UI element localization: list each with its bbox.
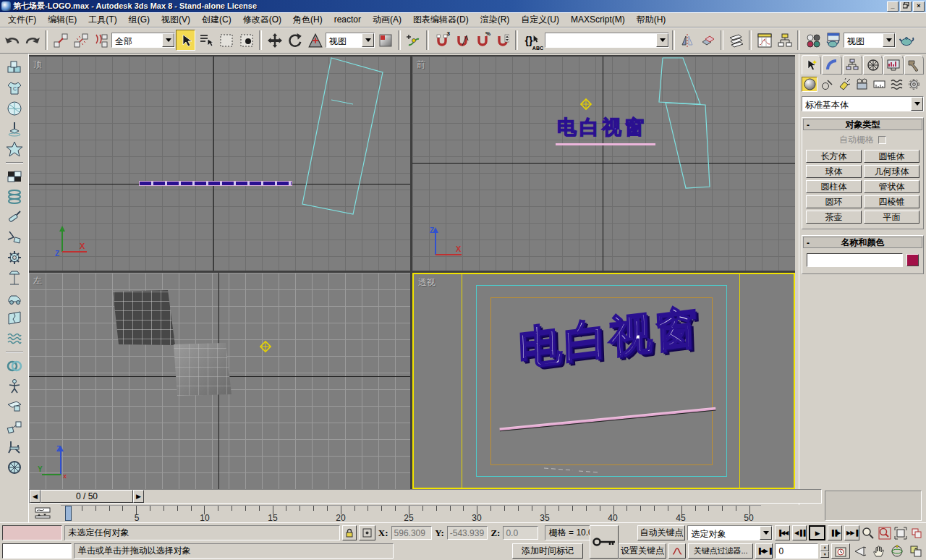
- key-mode-toggle-button[interactable]: ▐◀▶▐: [755, 543, 773, 559]
- schematic-view-button[interactable]: [775, 30, 794, 51]
- subtab-shapes[interactable]: [819, 77, 835, 92]
- object-type-button[interactable]: 几何球体: [864, 165, 919, 178]
- quick-render-button[interactable]: [896, 30, 916, 51]
- frame-marker[interactable]: [65, 506, 72, 521]
- subtab-cameras[interactable]: [854, 77, 870, 92]
- name-color-rollout-header[interactable]: -名称和颜色: [803, 237, 922, 248]
- point-helper[interactable]: [258, 339, 273, 354]
- select-and-manipulate-button[interactable]: [404, 30, 423, 51]
- play-button[interactable]: ▶: [809, 525, 825, 540]
- key-filter-curve-icon[interactable]: [668, 543, 686, 559]
- viewport-left-label[interactable]: 左: [33, 275, 42, 287]
- damper-icon[interactable]: [5, 208, 24, 226]
- point-helper[interactable]: [579, 97, 593, 111]
- tab-display[interactable]: [883, 55, 903, 75]
- auto-key-button[interactable]: 自动关键点: [637, 525, 685, 540]
- object-type-button[interactable]: 长方体: [806, 150, 862, 163]
- spinner-snap-button[interactable]: [493, 30, 512, 51]
- arc-rotate-icon[interactable]: [889, 543, 905, 559]
- subtab-geometry[interactable]: [802, 77, 817, 92]
- object-type-rollout-header[interactable]: -对象类型: [803, 119, 922, 130]
- layer-manager-button[interactable]: [726, 30, 746, 51]
- pan-hand-icon[interactable]: [871, 543, 887, 559]
- minimize-button[interactable]: _: [887, 1, 899, 12]
- maximize-viewport-toggle-icon[interactable]: [908, 543, 924, 559]
- constraint-solver-icon[interactable]: [5, 357, 24, 375]
- timeline-ruler[interactable]: 05101520253035404550: [61, 505, 761, 522]
- menu-item[interactable]: 渲染(R): [475, 12, 516, 28]
- dropdown-arrow-icon[interactable]: [362, 33, 374, 47]
- material-editor-button[interactable]: [803, 30, 823, 51]
- category-dropdown[interactable]: 标准基本体: [802, 96, 924, 111]
- menu-item[interactable]: 自定义(U): [515, 12, 565, 28]
- field-of-view-icon[interactable]: [852, 543, 868, 559]
- viewport-left[interactable]: 左 Z Y x: [29, 273, 410, 489]
- tab-motion[interactable]: [863, 55, 883, 75]
- menu-item[interactable]: MAXScript(M): [565, 12, 631, 27]
- cloth-collection-icon[interactable]: C: [5, 80, 24, 97]
- menu-item[interactable]: 动画(A): [367, 12, 407, 28]
- dropdown-arrow-icon[interactable]: [911, 97, 923, 111]
- percent-snap-button[interactable]: %: [472, 30, 492, 51]
- tab-modify[interactable]: [822, 55, 841, 75]
- menu-item[interactable]: 视图(V): [156, 12, 196, 28]
- dropdown-arrow-icon[interactable]: [656, 33, 668, 47]
- object-type-button[interactable]: 茶壶: [806, 211, 862, 224]
- open-mini-curve-editor-button[interactable]: [32, 506, 54, 520]
- viewport-top[interactable]: 顶 X Z: [29, 56, 410, 271]
- x-coord-field[interactable]: 596.309: [391, 526, 433, 540]
- undo-button[interactable]: [2, 30, 22, 51]
- menu-item[interactable]: 文件(F): [2, 12, 42, 28]
- rigid-body-collection-icon[interactable]: [5, 59, 24, 77]
- absolute-offset-toggle[interactable]: [359, 525, 375, 540]
- rope-collection-icon[interactable]: [5, 120, 24, 137]
- viewport-perspective-label[interactable]: 透视: [418, 276, 436, 289]
- select-object-button[interactable]: [176, 30, 195, 51]
- frame-spinner[interactable]: ▲▼: [820, 544, 829, 558]
- close-button[interactable]: ×: [913, 1, 925, 12]
- soft-body-collection-icon[interactable]: [5, 100, 24, 117]
- bind-to-spacewarp-button[interactable]: [91, 30, 111, 51]
- key-filters-button[interactable]: 关键点过滤器...: [688, 543, 753, 559]
- water-icon[interactable]: [5, 330, 24, 347]
- go-to-start-button[interactable]: ▐◀◀: [775, 525, 789, 540]
- menu-item[interactable]: 图表编辑器(D): [407, 12, 475, 28]
- object-type-button[interactable]: 四棱锥: [864, 195, 919, 208]
- fracture-icon[interactable]: [5, 310, 24, 327]
- window-crossing-toggle-button[interactable]: [237, 30, 256, 51]
- zoom-icon[interactable]: [862, 525, 875, 541]
- menu-item[interactable]: 创建(C): [196, 12, 237, 28]
- select-and-scale-button[interactable]: [305, 30, 325, 51]
- object-name-input[interactable]: [807, 253, 903, 267]
- tab-create[interactable]: [802, 55, 821, 75]
- maxscript-mini-listener-pink[interactable]: [2, 525, 62, 540]
- zoom-extents-all-icon[interactable]: [910, 525, 924, 541]
- restore-button[interactable]: [900, 1, 912, 12]
- selection-filter-dropdown[interactable]: 全部: [111, 33, 175, 48]
- set-key-big-button[interactable]: [590, 525, 619, 559]
- select-by-name-button[interactable]: [196, 30, 216, 51]
- time-configuration-button[interactable]: [831, 543, 850, 559]
- named-selection-sets-button[interactable]: {}ABC: [521, 30, 544, 51]
- viewport-front-label[interactable]: 前: [417, 59, 425, 71]
- time-slider-next-button[interactable]: ▶: [133, 490, 144, 503]
- maxscript-mini-listener-white[interactable]: [2, 543, 72, 559]
- rectangular-selection-region-button[interactable]: [216, 30, 236, 51]
- wind-icon[interactable]: [5, 269, 24, 287]
- viewport-top-label[interactable]: 顶: [33, 59, 42, 71]
- object-type-button[interactable]: 管状体: [864, 180, 919, 193]
- wheel-constraint-icon[interactable]: [5, 459, 24, 476]
- time-slider-thumb[interactable]: 0 / 50: [41, 490, 133, 503]
- render-preset-dropdown[interactable]: 视图: [844, 33, 896, 48]
- spring-icon[interactable]: [5, 188, 24, 205]
- subtab-spacewarps[interactable]: [888, 77, 904, 92]
- dropdown-arrow-icon[interactable]: [162, 33, 174, 47]
- tab-hierarchy[interactable]: [843, 55, 862, 75]
- viewport-front[interactable]: 前 电白视窗 Z X: [412, 56, 795, 271]
- ragdoll-icon[interactable]: [5, 378, 24, 395]
- menu-item[interactable]: 组(G): [123, 12, 156, 28]
- autogrid-checkbox[interactable]: [878, 136, 886, 144]
- go-to-end-button[interactable]: ▶▶▐: [844, 525, 859, 540]
- toy-car-icon[interactable]: [5, 289, 24, 307]
- object-color-swatch[interactable]: [906, 254, 919, 266]
